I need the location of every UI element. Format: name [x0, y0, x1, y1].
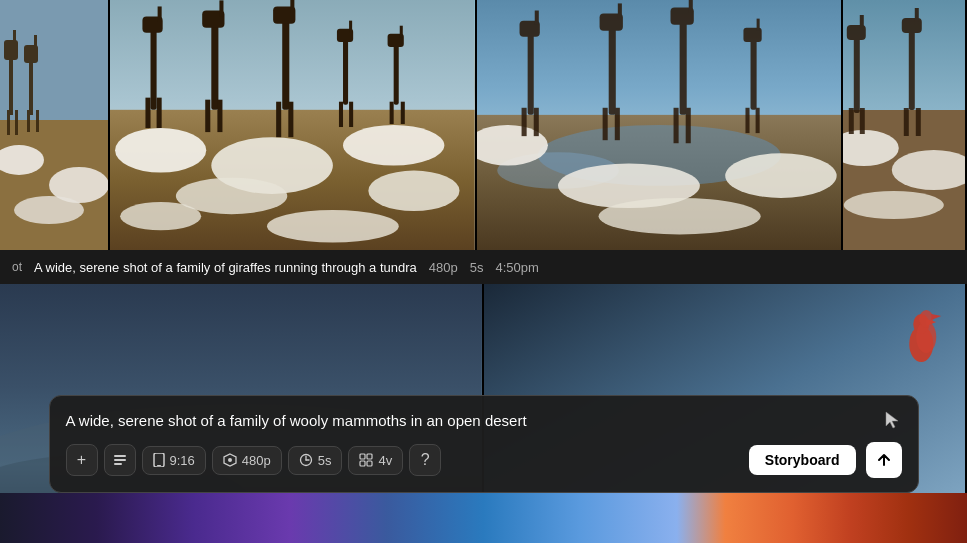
scene-type-button[interactable]: [104, 444, 136, 476]
info-resolution: 480p: [429, 260, 458, 275]
svg-rect-115: [360, 461, 365, 466]
top-image-strip: [0, 0, 967, 250]
info-description: A wide, serene shot of a family of giraf…: [34, 260, 417, 275]
svg-point-21: [368, 171, 459, 212]
cursor-icon: [882, 410, 902, 430]
resolution-icon: [223, 453, 237, 467]
info-bar: ot A wide, serene shot of a family of gi…: [0, 250, 967, 284]
svg-point-17: [115, 128, 206, 173]
svg-rect-61: [533, 108, 538, 136]
svg-rect-32: [205, 100, 210, 132]
svg-rect-64: [618, 3, 622, 18]
svg-rect-36: [290, 0, 294, 13]
add-icon: +: [77, 451, 86, 469]
submit-button[interactable]: [866, 442, 902, 478]
svg-rect-87: [909, 30, 915, 110]
svg-rect-70: [673, 108, 678, 143]
versions-label: 4v: [378, 453, 392, 468]
help-button[interactable]: ?: [409, 444, 441, 476]
svg-rect-66: [615, 108, 620, 140]
svg-rect-12: [34, 35, 37, 51]
svg-rect-39: [343, 39, 348, 105]
resolution-label: 480p: [242, 453, 271, 468]
svg-rect-113: [360, 454, 365, 459]
svg-point-55: [725, 153, 836, 198]
svg-rect-90: [904, 108, 909, 136]
svg-rect-42: [339, 102, 343, 127]
svg-point-81: [844, 191, 944, 219]
svg-rect-104: [114, 459, 126, 461]
svg-rect-33: [217, 100, 222, 132]
prompt-overlay: A wide, serene shot of a family of wooly…: [49, 395, 919, 493]
list-icon: [112, 452, 128, 468]
svg-rect-84: [860, 15, 864, 29]
resolution-button[interactable]: 480p: [212, 446, 282, 475]
grid-icon: [359, 453, 373, 467]
versions-button[interactable]: 4v: [348, 446, 403, 475]
svg-rect-72: [750, 39, 756, 110]
svg-rect-85: [849, 108, 854, 134]
svg-rect-47: [390, 102, 394, 124]
svg-rect-69: [688, 0, 692, 13]
aspect-ratio-button[interactable]: 9:16: [142, 446, 206, 475]
svg-marker-102: [886, 412, 898, 428]
svg-rect-106: [154, 453, 164, 467]
svg-rect-76: [755, 108, 759, 133]
svg-rect-8: [7, 110, 10, 135]
aspect-ratio-label: 9:16: [170, 453, 195, 468]
duration-button[interactable]: 5s: [288, 446, 343, 475]
svg-rect-89: [915, 8, 919, 22]
svg-rect-105: [114, 463, 122, 465]
svg-rect-116: [367, 461, 372, 466]
svg-rect-60: [521, 108, 526, 136]
svg-rect-13: [27, 110, 30, 132]
image-cell-4[interactable]: [843, 0, 967, 250]
svg-rect-29: [211, 24, 218, 110]
svg-rect-107: [157, 465, 161, 466]
svg-rect-7: [13, 30, 16, 48]
svg-rect-43: [349, 102, 353, 127]
svg-rect-48: [401, 102, 405, 124]
toolbar-row: + 9:16 480p: [66, 442, 902, 478]
submit-icon: [876, 452, 892, 468]
svg-rect-24: [151, 29, 157, 110]
svg-rect-41: [349, 21, 352, 33]
svg-rect-31: [219, 0, 223, 16]
phone-icon: [153, 453, 165, 467]
svg-point-22: [120, 202, 201, 230]
svg-rect-82: [854, 38, 860, 113]
prompt-text: A wide, serene shot of a family of wooly…: [66, 412, 878, 429]
image-cell-3[interactable]: [477, 0, 844, 250]
svg-rect-10: [29, 60, 33, 115]
svg-rect-5: [9, 55, 13, 115]
svg-rect-114: [367, 454, 372, 459]
svg-rect-26: [158, 6, 162, 21]
duration-label: 5s: [318, 453, 332, 468]
image-cell-2[interactable]: [110, 0, 477, 250]
svg-rect-75: [745, 108, 749, 133]
storyboard-button[interactable]: Storyboard: [749, 445, 856, 475]
svg-rect-57: [527, 34, 533, 115]
svg-rect-59: [534, 11, 538, 25]
add-button[interactable]: +: [66, 444, 98, 476]
svg-rect-74: [756, 19, 759, 31]
svg-rect-86: [860, 108, 865, 134]
svg-rect-37: [276, 102, 281, 137]
svg-rect-28: [157, 98, 162, 128]
svg-rect-65: [602, 108, 607, 140]
svg-point-4: [14, 196, 84, 224]
svg-point-100: [919, 310, 933, 328]
svg-rect-71: [685, 108, 690, 143]
svg-rect-38: [288, 102, 293, 137]
clock-icon: [299, 453, 313, 467]
svg-rect-46: [400, 26, 403, 38]
color-strip: [0, 493, 967, 543]
image-cell-1[interactable]: [0, 0, 110, 250]
svg-point-19: [343, 125, 444, 166]
svg-rect-67: [679, 21, 686, 115]
svg-rect-9: [15, 110, 18, 135]
svg-rect-27: [145, 98, 150, 128]
svg-point-23: [267, 210, 399, 242]
svg-rect-34: [282, 19, 289, 110]
info-duration: 5s: [470, 260, 484, 275]
